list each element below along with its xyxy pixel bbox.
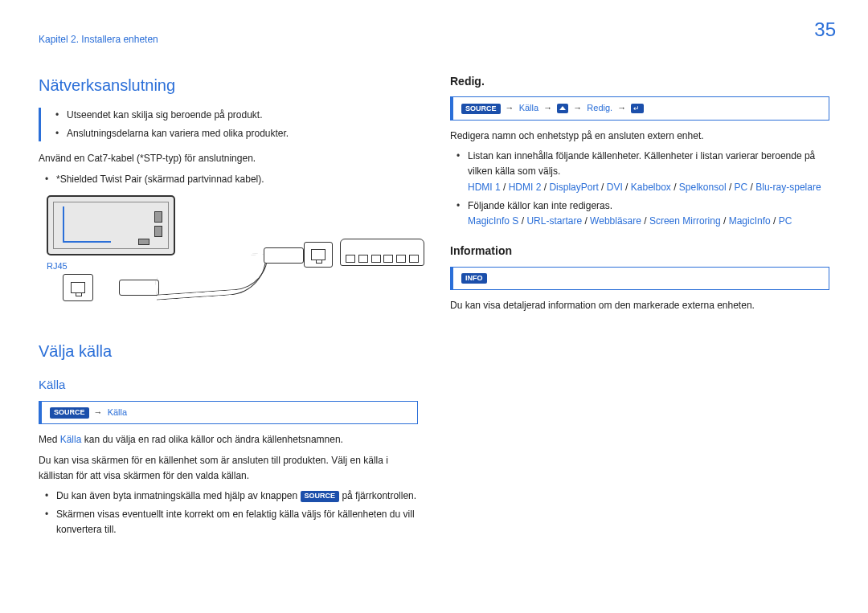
rj45-port-icon xyxy=(63,274,93,301)
source-option: DisplayPort xyxy=(549,182,598,193)
breadcrumb-source: SOURCE → Källa xyxy=(39,401,418,425)
page-number: 35 xyxy=(814,14,836,45)
separator: / xyxy=(671,182,679,193)
cable-plug-icon xyxy=(119,280,159,296)
source-option: Spelkonsol xyxy=(679,182,727,193)
separator: / xyxy=(721,215,729,227)
separator: / xyxy=(599,182,607,193)
heading-redig: Redig. xyxy=(450,72,829,90)
breadcrumb-link: Källa xyxy=(519,103,538,112)
router-icon xyxy=(340,239,424,266)
source-tag-icon: SOURCE xyxy=(461,104,501,115)
paragraph: Med Källa kan du välja en rad olika käll… xyxy=(39,432,418,447)
arrow-icon: → xyxy=(94,407,103,417)
paragraph: Använd en Cat7-kabel (*STP-typ) för ansl… xyxy=(39,151,418,166)
source-tag-icon: SOURCE xyxy=(50,407,89,419)
source-option: MagicInfo xyxy=(729,215,771,227)
separator: / xyxy=(771,215,779,227)
breadcrumb-link: Redig. xyxy=(587,103,612,112)
source-option: HDMI 1 xyxy=(468,182,501,193)
text-span: kan du välja en rad olika källor och änd… xyxy=(81,434,343,445)
arrow-icon: → xyxy=(506,103,514,112)
separator: / xyxy=(501,182,509,193)
source-option: HDMI 2 xyxy=(509,182,542,193)
arrow-icon: → xyxy=(543,103,552,112)
bullet-item: *Shielded Twist Pair (skärmad partvinnad… xyxy=(45,172,418,187)
arrow-icon: → xyxy=(617,103,626,112)
inline-link: Källa xyxy=(60,434,82,445)
paragraph: Redigera namn och enhetstyp på en anslut… xyxy=(450,129,829,144)
breadcrumb-link: Källa xyxy=(108,407,127,417)
source-option: MagicInfo S xyxy=(468,215,518,227)
text-span: Följande källor kan inte redigeras. xyxy=(468,200,612,211)
source-option: PC xyxy=(779,215,792,227)
note-box: Utseendet kan skilja sig beroende på pro… xyxy=(39,108,418,141)
text-span: Listan kan innehålla följande källenhete… xyxy=(468,150,815,177)
paragraph: Du kan visa detaljerad information om de… xyxy=(450,298,829,313)
right-column: Redig. SOURCE → Källa → → Redig. → Redig… xyxy=(450,72,829,541)
cable-plug-icon xyxy=(264,247,304,264)
source-tag-icon: SOURCE xyxy=(301,491,340,502)
cable-icon xyxy=(156,252,271,296)
separator: / xyxy=(747,182,755,193)
separator: / xyxy=(727,182,735,193)
text-span: på fjärrkontrollen. xyxy=(339,490,416,501)
text-span: Du kan även byta inmatningskälla med hjä… xyxy=(56,490,301,501)
text-span: Med xyxy=(39,434,60,445)
arrow-icon: → xyxy=(573,103,582,112)
chapter-heading: Kapitel 2. Installera enheten xyxy=(39,32,158,47)
rj45-port-icon xyxy=(304,242,333,268)
source-option: PC xyxy=(735,182,748,193)
source-option: Blu-ray-spelare xyxy=(755,182,821,193)
heading-information: Information xyxy=(450,242,829,260)
breadcrumb-info: INFO xyxy=(450,267,829,291)
source-option: URL-startare xyxy=(526,215,582,227)
heading-kalla: Källa xyxy=(39,375,418,394)
separator: / xyxy=(641,215,649,227)
content-columns: Nätverksanslutning Utseendet kan skilja … xyxy=(0,0,868,541)
separator: / xyxy=(541,182,549,193)
heading-select-source: Välja källa xyxy=(39,338,418,364)
source-option: DVI xyxy=(607,182,623,193)
note-item: Anslutningsdelarna kan variera med olika… xyxy=(55,126,418,141)
separator: / xyxy=(518,215,526,227)
heading-network: Nätverksanslutning xyxy=(39,72,418,98)
paragraph: Du kan visa skärmen för en källenhet som… xyxy=(39,453,418,484)
separator: / xyxy=(623,182,631,193)
connection-diagram: RJ45 xyxy=(39,195,418,324)
left-column: Nätverksanslutning Utseendet kan skilja … xyxy=(39,72,418,541)
bullet-item: Listan kan innehålla följande källenhete… xyxy=(457,149,829,195)
breadcrumb-redig: SOURCE → Källa → → Redig. → xyxy=(450,96,829,121)
info-tag-icon: INFO xyxy=(461,273,487,284)
note-item: Utseendet kan skilja sig beroende på pro… xyxy=(55,108,418,123)
separator: / xyxy=(582,215,590,227)
bullet-item: Du kan även byta inmatningskälla med hjä… xyxy=(45,488,418,504)
display-device-icon xyxy=(47,195,175,255)
rj45-label: RJ45 xyxy=(47,260,68,274)
source-option: Kabelbox xyxy=(631,182,671,193)
source-option: Screen Mirroring xyxy=(649,215,721,227)
source-list-noneditable: MagicInfo S / URL-startare / Webbläsare … xyxy=(468,214,829,229)
bullet-item: Skärmen visas eventuellt inte korrekt om… xyxy=(45,507,418,537)
source-option: Webbläsare xyxy=(590,215,641,227)
bullet-item: Följande källor kan inte redigeras. Magi… xyxy=(457,198,829,229)
source-list-editable: HDMI 1 / HDMI 2 / DisplayPort / DVI / Ka… xyxy=(468,180,829,195)
up-arrow-icon xyxy=(557,104,568,113)
enter-icon xyxy=(631,104,644,113)
